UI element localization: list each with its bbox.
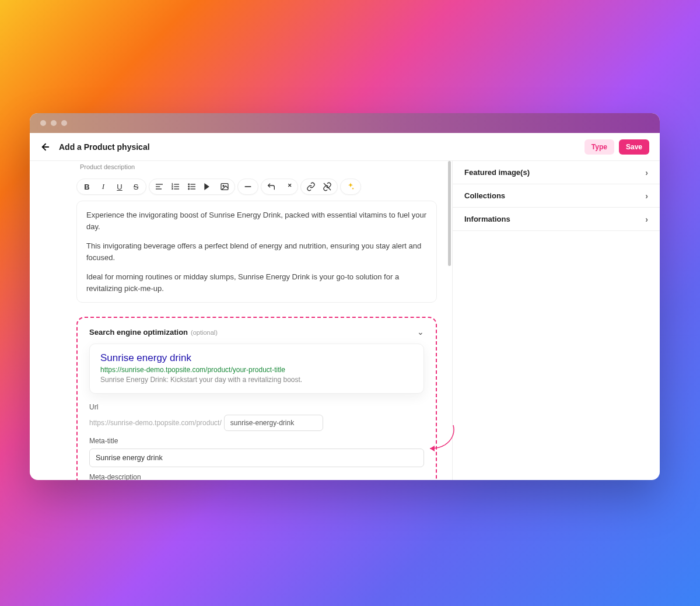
indent-icon[interactable] [203, 181, 214, 192]
titlebar [30, 113, 660, 133]
scrollbar-track [447, 161, 452, 480]
preview-url: https://sunrise-demo.tpopsite.com/produc… [100, 366, 413, 374]
chevron-right-icon: › [645, 215, 648, 224]
editor-paragraph: Ideal for morning routines or midday slu… [86, 271, 427, 294]
image-icon[interactable] [219, 181, 230, 192]
seo-optional-label: (optional) [191, 329, 218, 336]
editor-paragraph: This invigorating beverage offers a perf… [86, 240, 427, 263]
sidebar-item-collections[interactable]: Collections › [453, 184, 660, 208]
meta-description-label: Meta-description [89, 473, 424, 480]
url-label: Url [89, 403, 424, 411]
bold-icon[interactable]: B [82, 181, 92, 192]
svg-point-13 [188, 184, 190, 185]
section-label: Product description [80, 163, 437, 170]
seo-preview-card: Sunrise energy drink https://sunrise-dem… [89, 344, 424, 394]
window-dot [40, 120, 46, 126]
seo-heading: Search engine optimization [89, 328, 188, 337]
unlink-icon[interactable] [322, 181, 332, 192]
description-editor[interactable]: Experience the invigorating boost of Sun… [76, 201, 437, 303]
window: Add a Product physical Type Save Product… [30, 113, 660, 480]
url-prefix: https://sunrise-demo.tpopsite.com/produc… [89, 419, 222, 427]
page-header: Add a Product physical Type Save [30, 133, 660, 161]
sidebar: Featured image(s) › Collections › Inform… [452, 161, 660, 480]
underline-icon[interactable]: U [114, 181, 125, 192]
back-arrow-icon[interactable] [40, 142, 51, 152]
page-title: Add a Product physical [59, 142, 580, 152]
italic-icon[interactable]: I [98, 181, 108, 192]
sidebar-item-label: Collections [464, 191, 505, 200]
undo-icon[interactable] [266, 181, 276, 192]
seo-section: Search engine optimization (optional) ⌄ … [76, 317, 437, 480]
type-button[interactable]: Type [584, 139, 614, 155]
editor-paragraph: Experience the invigorating boost of Sun… [86, 209, 427, 232]
unordered-list-icon[interactable] [187, 181, 197, 192]
meta-title-input[interactable] [89, 449, 424, 467]
chevron-right-icon: › [645, 191, 648, 201]
svg-text:3: 3 [172, 187, 173, 190]
divider-icon[interactable] [243, 181, 253, 192]
slug-input[interactable] [224, 415, 323, 431]
chevron-down-icon[interactable]: ⌄ [417, 327, 424, 337]
meta-title-label: Meta-title [89, 437, 424, 445]
editor-toolbar: B I U S 123 [76, 178, 437, 195]
sidebar-item-label: Informations [464, 215, 510, 223]
ordered-list-icon[interactable]: 123 [170, 181, 181, 192]
content: Product description B I U S 123 [30, 161, 660, 480]
link-icon[interactable] [306, 181, 316, 192]
clear-format-icon[interactable]: T [282, 181, 293, 192]
window-dot [51, 120, 57, 126]
sidebar-item-featured-images[interactable]: Featured image(s) › [453, 161, 660, 184]
sidebar-item-label: Featured image(s) [464, 168, 530, 177]
align-left-icon[interactable] [154, 181, 164, 192]
window-dot [61, 120, 67, 126]
preview-description: Sunrise Energy Drink: Kickstart your day… [100, 376, 413, 384]
strikethrough-icon[interactable]: S [131, 181, 141, 192]
preview-title: Sunrise energy drink [100, 352, 413, 364]
ai-sparkle-icon[interactable] [345, 181, 356, 192]
svg-point-14 [188, 186, 190, 187]
scrollbar-thumb[interactable] [448, 161, 451, 266]
chevron-right-icon: › [645, 168, 648, 177]
svg-point-15 [188, 188, 190, 190]
svg-marker-16 [205, 184, 209, 189]
sidebar-item-informations[interactable]: Informations › [453, 208, 660, 231]
main-column: Product description B I U S 123 [30, 161, 452, 480]
save-button[interactable]: Save [619, 139, 649, 155]
svg-point-18 [223, 185, 224, 187]
